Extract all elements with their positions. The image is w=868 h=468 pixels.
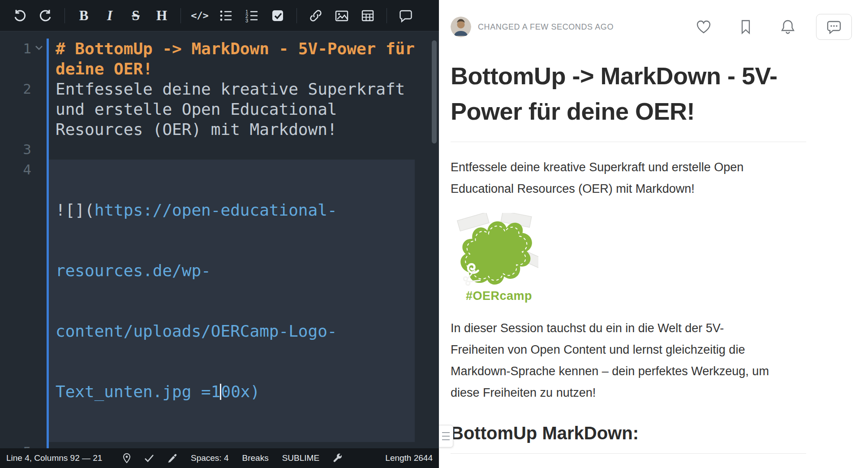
oercamp-logo-figure: #OERcamp	[451, 213, 806, 303]
preview-pane: CHANGED A FEW SECONDS AGO BottomUp -> Ma…	[439, 0, 868, 468]
brush-icon[interactable]	[168, 453, 177, 463]
code-line-text[interactable]: Entfessele deine kreative Superkraft und…	[47, 79, 415, 139]
image-button[interactable]	[329, 5, 354, 26]
numbered-list-icon: 123	[245, 9, 259, 23]
table-icon	[361, 9, 375, 23]
code-line-text[interactable]: # BottomUp -> MarkDown - 5V-Power für de…	[47, 39, 415, 79]
bookmark-icon[interactable]	[738, 19, 753, 35]
keymap-setting[interactable]: SUBLIME	[282, 453, 319, 463]
link-icon	[309, 9, 323, 23]
editor-line-active: 4 ![](https://open-educational- resource…	[0, 160, 439, 442]
section-heading: BottomUp MarkDown:	[451, 423, 806, 454]
heart-icon[interactable]	[696, 20, 711, 34]
wrench-icon[interactable]	[333, 453, 343, 463]
heading-button[interactable]: H	[149, 5, 174, 26]
split-view-grip[interactable]	[439, 425, 453, 447]
strikethrough-button[interactable]: S	[123, 5, 148, 26]
line-number: 1	[23, 39, 31, 79]
redo-button[interactable]	[33, 5, 58, 26]
author-avatar[interactable]	[451, 17, 471, 37]
link-button[interactable]	[303, 5, 328, 26]
bold-button[interactable]: B	[71, 5, 96, 26]
check-list-button[interactable]	[265, 5, 290, 26]
code-line-text[interactable]: ![](https://open-educational- resources.…	[47, 160, 415, 442]
comments-panel-button[interactable]	[816, 14, 852, 40]
line-number: 5	[23, 442, 31, 448]
undo-icon	[13, 9, 26, 22]
oercamp-logo-caption: #OERcamp	[466, 289, 806, 303]
changed-timestamp: CHANGED A FEW SECONDS AGO	[478, 22, 614, 32]
numbered-list-button[interactable]: 123	[239, 5, 264, 26]
editor-line: 1 # BottomUp -> MarkDown - 5V-Power für …	[0, 39, 439, 79]
bullet-list-icon	[219, 9, 233, 23]
toolbar-divider	[180, 8, 181, 23]
toolbar-divider	[64, 8, 65, 23]
redo-icon	[39, 9, 52, 22]
toolbar-divider	[296, 8, 297, 23]
comment-icon	[399, 9, 413, 23]
italic-button[interactable]: I	[97, 5, 122, 26]
check-list-icon	[271, 9, 285, 23]
editor-scrollbar[interactable]	[432, 40, 437, 143]
pin-icon[interactable]	[123, 453, 131, 463]
breaks-setting[interactable]: Breaks	[242, 453, 269, 463]
code-editor[interactable]: 1 # BottomUp -> MarkDown - 5V-Power für …	[0, 31, 439, 448]
bullet-list-button[interactable]	[213, 5, 238, 26]
comment-button[interactable]	[393, 5, 418, 26]
line-number: 3	[23, 139, 31, 160]
fold-chevron-icon[interactable]	[31, 39, 47, 79]
title-divider	[451, 142, 806, 142]
bell-icon[interactable]	[780, 19, 795, 35]
toolbar-divider	[387, 8, 387, 23]
code-button[interactable]: </>	[187, 5, 212, 26]
preview-header: CHANGED A FEW SECONDS AGO	[451, 0, 868, 49]
editor-line: 3	[0, 139, 439, 160]
spaces-setting[interactable]: Spaces: 4	[191, 453, 229, 463]
code-line-text[interactable]	[47, 139, 415, 160]
svg-text:3: 3	[245, 18, 248, 23]
undo-button[interactable]	[7, 5, 32, 26]
paragraph: Entfessele deine kreative Superkraft und…	[451, 156, 771, 199]
cursor-position-label: Line 4, Columns 92 — 21	[6, 453, 109, 463]
document-title: BottomUp -> MarkDown - 5V-Power für dein…	[451, 58, 795, 129]
editor-line: 2 Entfessele deine kreative Superkraft u…	[0, 79, 439, 139]
length-indicator[interactable]: Length 2644	[385, 453, 433, 463]
image-icon	[335, 9, 349, 23]
paragraph: In dieser Session tauchst du ein in die …	[451, 317, 771, 403]
table-button[interactable]	[355, 5, 380, 26]
editor-line: 5	[0, 442, 439, 448]
code-line-text[interactable]	[47, 442, 415, 448]
editor-toolbar: B I S H </> 123	[0, 0, 439, 31]
preview-content: BottomUp -> MarkDown - 5V-Power für dein…	[451, 58, 806, 454]
check-icon[interactable]	[144, 454, 154, 462]
line-number: 4	[23, 160, 31, 442]
line-number: 2	[23, 79, 31, 139]
oercamp-logo-image	[451, 213, 538, 287]
status-bar: Line 4, Columns 92 — 21 Spaces: 4 Breaks…	[0, 448, 439, 468]
editor-pane: B I S H </> 123	[0, 0, 439, 468]
comment-bubble-icon	[826, 20, 842, 34]
app-root: B I S H </> 123	[0, 0, 868, 468]
